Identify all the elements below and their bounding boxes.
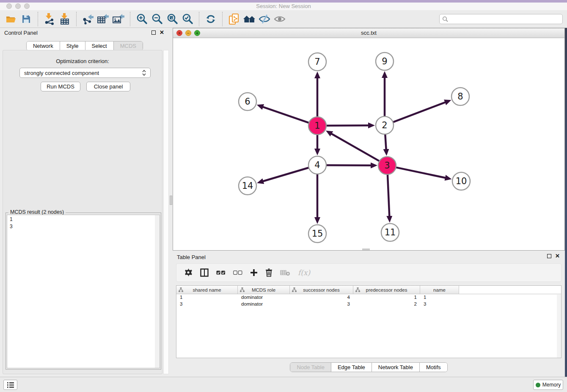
search-input[interactable] <box>449 15 562 23</box>
result-scrollbar[interactable] <box>155 215 160 368</box>
search-icon <box>442 16 449 22</box>
vertical-splitter[interactable] <box>169 28 173 377</box>
table-row[interactable]: 3dominator323 <box>176 301 561 308</box>
delete-column-button[interactable] <box>265 268 272 277</box>
select-all-rows-button[interactable] <box>216 270 226 275</box>
edge-3-10[interactable] <box>396 167 446 178</box>
show-graphics-button[interactable] <box>272 12 287 26</box>
column-label: name <box>433 287 446 293</box>
run-mcds-button[interactable]: Run MCDS <box>41 82 80 91</box>
toolbar-separator <box>38 12 38 26</box>
edge-3-11[interactable] <box>388 174 389 217</box>
criterion-dropdown[interactable]: strongly connected component <box>19 68 151 78</box>
tab-network-table[interactable]: Network Table <box>372 363 420 372</box>
table-panel-title: Table Panel <box>177 254 206 260</box>
zoom-fit-button[interactable] <box>165 12 180 26</box>
hierarchy-icon <box>240 287 245 293</box>
network-minimize-button[interactable]: − <box>185 30 191 36</box>
task-history-button[interactable] <box>3 380 17 390</box>
network-close-button[interactable]: × <box>176 30 182 36</box>
node-label-9: 9 <box>382 56 387 66</box>
refresh-layout-button[interactable] <box>203 12 218 26</box>
column-header-MCDS-role[interactable]: MCDS role <box>238 286 290 294</box>
tab-mcds[interactable]: MCDS <box>114 41 143 50</box>
column-header-predecessor-nodes[interactable]: predecessor nodes <box>353 286 420 294</box>
delete-table-button[interactable] <box>280 269 290 276</box>
float-table-panel-icon[interactable] <box>547 254 551 258</box>
save-session-button[interactable] <box>19 12 34 26</box>
import-network-icon <box>44 13 55 25</box>
column-label: MCDS role <box>252 287 275 293</box>
export-image-button[interactable] <box>111 12 126 26</box>
list-icon <box>7 382 14 388</box>
network-canvas[interactable]: 1234678910111415 <box>173 38 564 250</box>
search-box[interactable] <box>439 14 563 24</box>
table-cell: 3 <box>176 301 238 308</box>
network-maximize-button[interactable]: + <box>194 30 200 36</box>
edge-4-14[interactable] <box>262 168 309 182</box>
close-panel-icon[interactable]: ✕ <box>160 30 164 35</box>
column-header-shared-name[interactable]: shared name <box>176 286 238 294</box>
column-label: predecessor nodes <box>366 287 407 293</box>
home-view-button[interactable] <box>242 12 257 26</box>
edge-2-8[interactable] <box>393 102 446 122</box>
close-panel-button[interactable]: Close panel <box>86 82 130 91</box>
horizontal-splitter-grip[interactable] <box>362 248 370 250</box>
control-panel-scrollbar[interactable] <box>163 50 169 374</box>
app-titlebar: Session: New Session <box>0 3 567 10</box>
column-header-name[interactable]: name <box>420 286 459 294</box>
export-network-button[interactable] <box>80 12 96 26</box>
edge-2-3[interactable] <box>385 134 386 150</box>
tab-node-table[interactable]: Node Table <box>290 363 331 372</box>
column-label: successor nodes <box>303 287 339 293</box>
homes-icon <box>242 14 256 24</box>
criterion-value: strongly connected component <box>24 70 142 76</box>
network-graph[interactable]: 1234678910111415 <box>173 38 564 250</box>
open-session-button[interactable] <box>3 12 19 26</box>
export-table-button[interactable] <box>96 12 111 26</box>
import-table-button[interactable] <box>57 12 72 26</box>
network-title: scc.txt <box>173 28 564 38</box>
save-icon <box>22 14 31 24</box>
column-header-successor-nodes[interactable]: successor nodes <box>290 286 353 294</box>
folder-open-icon <box>6 14 17 24</box>
network-window-titlebar[interactable]: × − + scc.txt <box>173 28 564 38</box>
tab-edge-table[interactable]: Edge Table <box>331 363 372 372</box>
import-network-button[interactable] <box>42 12 57 26</box>
create-column-button[interactable] <box>250 269 258 276</box>
edge-4-3[interactable] <box>326 165 372 166</box>
zoom-selected-button[interactable] <box>180 12 195 26</box>
edge-1-2[interactable] <box>326 125 369 126</box>
plus-icon <box>250 269 258 276</box>
node-label-14: 14 <box>242 181 253 191</box>
deselect-all-rows-button[interactable] <box>233 270 242 275</box>
toolbar-separator <box>130 12 130 26</box>
tab-motifs[interactable]: Motifs <box>420 363 447 372</box>
zoom-out-button[interactable] <box>149 12 165 26</box>
function-builder-button[interactable]: f(x) <box>298 268 310 277</box>
show-column-panel-button[interactable] <box>200 268 209 277</box>
mcds-result-text: 1 3 <box>7 215 160 231</box>
edge-3-1[interactable] <box>330 133 379 161</box>
float-panel-icon[interactable] <box>151 30 156 35</box>
hierarchy-icon <box>355 287 360 293</box>
splitter-grip[interactable] <box>170 196 172 205</box>
tab-network[interactable]: Network <box>27 41 60 50</box>
table-row[interactable]: 1dominator411 <box>176 294 561 301</box>
zoom-in-button[interactable] <box>134 12 149 26</box>
hide-graphics-button[interactable] <box>257 12 272 26</box>
tab-select[interactable]: Select <box>85 41 114 50</box>
memory-button[interactable]: Memory <box>533 380 563 390</box>
export-network-icon <box>82 14 94 25</box>
table-scrollbar[interactable] <box>557 295 561 358</box>
table-settings-button[interactable] <box>184 268 193 277</box>
mcds-result-area[interactable]: 1 3 <box>7 215 160 368</box>
clone-network-button[interactable] <box>226 12 242 26</box>
close-table-panel-icon[interactable]: ✕ <box>555 254 560 258</box>
app-title: Session: New Session <box>0 3 567 9</box>
edge-1-6[interactable] <box>262 107 309 123</box>
table-panel: Table Panel ✕ <box>173 251 565 377</box>
tab-style[interactable]: Style <box>60 41 85 50</box>
mcds-result-title: MCDS result (2 nodes) <box>8 209 66 215</box>
toolbar-separator <box>222 12 223 26</box>
